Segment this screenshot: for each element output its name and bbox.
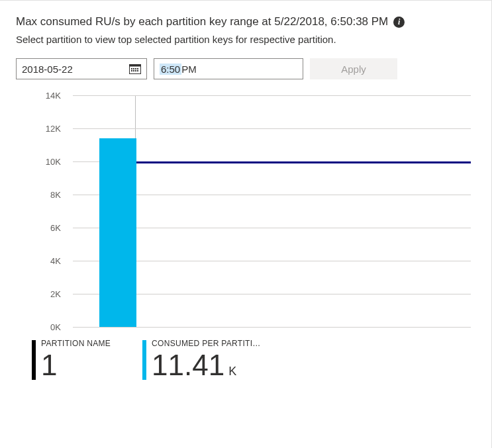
svg-rect-6: [131, 70, 132, 71]
y-tick-label: 2K: [16, 289, 69, 299]
metric-number: 11.41: [152, 349, 224, 381]
metric-label: PARTITION NAME: [41, 339, 111, 348]
plot-area: [73, 95, 471, 327]
y-tick-label: 6K: [16, 223, 69, 233]
metric-consumed: CONSUMED PER PARTITI… 11.41K: [142, 339, 261, 380]
svg-rect-4: [135, 68, 136, 69]
calendar-icon[interactable]: [129, 64, 141, 74]
metric-value: 11.41K: [152, 351, 261, 380]
bar-partition[interactable]: [99, 138, 136, 327]
filter-controls: 2018-05-22 6:50 PM Apply: [16, 58, 475, 79]
metric-label: CONSUMED PER PARTITI…: [152, 339, 261, 348]
gridline: [73, 128, 471, 129]
svg-rect-9: [137, 70, 138, 71]
metric-accent-bar: [142, 340, 146, 380]
chart-subtitle: Select partition to view top selected pa…: [16, 34, 475, 45]
chart-title: Max consumed RU/s by each partition key …: [16, 15, 388, 28]
time-input[interactable]: 6:50 PM: [154, 58, 303, 79]
svg-rect-2: [131, 68, 132, 69]
y-tick-label: 10K: [16, 157, 69, 167]
svg-rect-7: [133, 70, 134, 71]
metric-row: PARTITION NAME 1 CONSUMED PER PARTITI… 1…: [16, 339, 475, 380]
y-tick-label: 14K: [16, 91, 69, 101]
metric-value: 1: [41, 351, 111, 380]
svg-rect-1: [130, 65, 141, 67]
y-tick-label: 0K: [16, 322, 69, 332]
apply-label: Apply: [341, 64, 366, 75]
svg-rect-8: [135, 70, 136, 71]
gridline: [73, 327, 471, 328]
metric-partition-name: PARTITION NAME 1: [32, 339, 111, 380]
time-hour: 6:50: [160, 64, 181, 75]
metric-unit: K: [228, 365, 236, 378]
time-ampm: PM: [181, 64, 197, 75]
ru-chart: 0K2K4K6K8K10K12K14K: [16, 90, 475, 334]
svg-rect-5: [137, 68, 138, 69]
threshold-line: [136, 161, 471, 163]
date-input[interactable]: 2018-05-22: [16, 58, 147, 79]
chart-title-row: Max consumed RU/s by each partition key …: [16, 15, 475, 28]
apply-button[interactable]: Apply: [310, 58, 397, 79]
gridline: [73, 95, 471, 96]
y-tick-label: 12K: [16, 124, 69, 134]
y-tick-label: 4K: [16, 256, 69, 266]
info-icon[interactable]: i: [393, 17, 405, 28]
svg-rect-3: [133, 68, 134, 69]
date-value: 2018-05-22: [22, 64, 73, 75]
metric-accent-bar: [32, 340, 36, 380]
y-tick-label: 8K: [16, 190, 69, 200]
